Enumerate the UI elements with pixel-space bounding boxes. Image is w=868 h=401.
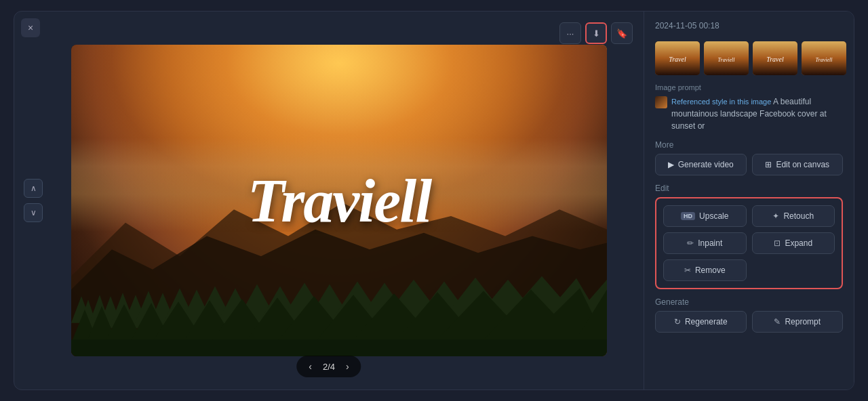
expand-label: Expand [785, 238, 812, 248]
edit-on-canvas-label: Edit on canvas [776, 160, 829, 169]
prompt-text: Referenced style in this image A beautif… [671, 96, 843, 132]
thumbnail-3[interactable]: Travel [753, 41, 797, 75]
generate-video-button[interactable]: ▶ Generate video [655, 154, 747, 175]
prompt-section: Image prompt Referenced style in this im… [655, 83, 843, 132]
regenerate-button[interactable]: ↻ Regenerate [655, 311, 747, 333]
generate-section: Generate ↻ Regenerate ✎ Reprompt [655, 297, 843, 333]
more-section-label: More [655, 140, 843, 150]
hd-badge: HD [681, 212, 695, 220]
thumbnail-2[interactable]: Traviell [704, 41, 749, 75]
remove-icon: ✂ [684, 266, 691, 275]
expand-icon: ⊡ [774, 238, 781, 248]
reprompt-icon: ✎ [774, 317, 781, 326]
canvas-icon: ⊞ [765, 160, 772, 169]
edit-buttons-grid: HD Upscale ✦ Retouch ✏ Inpaint ⊡ Expand … [655, 197, 843, 289]
regenerate-label: Regenerate [685, 317, 728, 326]
prev-image-button[interactable]: ‹ [306, 360, 315, 373]
svg-text:Traviell: Traviell [816, 57, 833, 63]
svg-text:Travel: Travel [669, 56, 686, 63]
modal: × ··· ⬇ 🔖 ∧ ∨ [14, 11, 854, 390]
upscale-button[interactable]: HD Upscale [663, 205, 747, 227]
reprompt-label: Reprompt [785, 317, 821, 326]
image-navigation: ‹ 2/4 › [296, 356, 361, 377]
retouch-button[interactable]: ✦ Retouch [752, 205, 835, 227]
thumbnail-4[interactable]: Traviell [802, 41, 846, 75]
svg-text:Travel: Travel [766, 56, 784, 63]
svg-text:Traviell: Traviell [718, 57, 736, 63]
right-panel: 2024-11-05 00:18 Travel Traviell Travel … [644, 12, 854, 389]
timestamp: 2024-11-05 00:18 [655, 21, 843, 30]
close-button[interactable]: × [21, 18, 40, 37]
retouch-label: Retouch [783, 211, 814, 221]
retouch-icon: ✦ [772, 211, 779, 221]
prompt-ref-label: Referenced style in this image [671, 98, 771, 106]
thumbnails-row: Travel Traviell Travel Traviell [655, 41, 843, 75]
remove-button[interactable]: ✂ Remove [663, 259, 747, 281]
inpaint-label: Inpaint [698, 238, 722, 248]
reprompt-button[interactable]: ✎ Reprompt [752, 311, 844, 333]
close-icon: × [28, 22, 33, 33]
generate-section-label: Generate [655, 297, 843, 307]
prompt-content: Referenced style in this image A beautif… [655, 96, 843, 132]
expand-button[interactable]: ⊡ Expand [752, 232, 835, 254]
regenerate-icon: ↻ [674, 317, 681, 326]
image-text-overlay: Traviell [248, 166, 431, 236]
svg-rect-43 [71, 339, 607, 356]
main-image: Traviell [71, 45, 607, 356]
prompt-ref-icon [655, 96, 667, 108]
inpaint-button[interactable]: ✏ Inpaint [663, 232, 747, 254]
more-section: More ▶ Generate video ⊞ Edit on canvas [655, 140, 843, 175]
generate-video-label: Generate video [678, 160, 734, 169]
inpaint-icon: ✏ [687, 238, 694, 248]
generate-buttons: ↻ Regenerate ✎ Reprompt [655, 311, 843, 333]
video-icon: ▶ [668, 160, 674, 169]
thumbnail-1[interactable]: Travel [655, 41, 700, 75]
edit-on-canvas-button[interactable]: ⊞ Edit on canvas [752, 154, 844, 175]
edit-section-label: Edit [655, 184, 843, 193]
edit-section: Edit HD Upscale ✦ Retouch ✏ Inpaint ⊡ Ex… [655, 184, 843, 289]
prompt-label: Image prompt [655, 83, 843, 91]
image-counter: 2/4 [323, 362, 335, 372]
next-image-button[interactable]: › [343, 360, 352, 373]
upscale-label: Upscale [699, 211, 728, 221]
remove-label: Remove [695, 266, 726, 275]
more-buttons: ▶ Generate video ⊞ Edit on canvas [655, 154, 843, 175]
image-section: Traviell ‹ 2/4 › [14, 12, 644, 389]
